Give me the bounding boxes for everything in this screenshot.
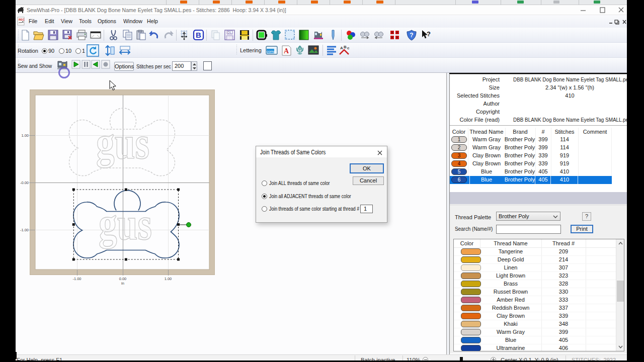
svg-text:gus: gus [96,118,149,168]
svg-text:1.00: 1.00 [21,133,29,138]
svg-text:?: ? [427,30,431,38]
svg-text:REC: REC [19,18,25,21]
svg-text:gus: gus [99,199,152,249]
svg-text:1.00: 1.00 [165,277,172,281]
svg-text:-0.00: -0.00 [20,180,29,185]
svg-text:c: c [347,46,350,50]
svg-text:0.00: 0.00 [119,277,127,281]
svg-text:in: in [121,281,124,286]
svg-text:B: B [344,45,347,49]
svg-text:A: A [340,46,343,50]
svg-text:conv: conv [267,49,275,54]
svg-text:?: ? [410,32,413,39]
svg-text:B: B [196,31,201,39]
svg-text:-1.00: -1.00 [20,228,29,232]
svg-text:DL: DL [227,31,232,34]
svg-text:-1.00: -1.00 [72,277,81,281]
svg-text:A: A [284,47,289,55]
